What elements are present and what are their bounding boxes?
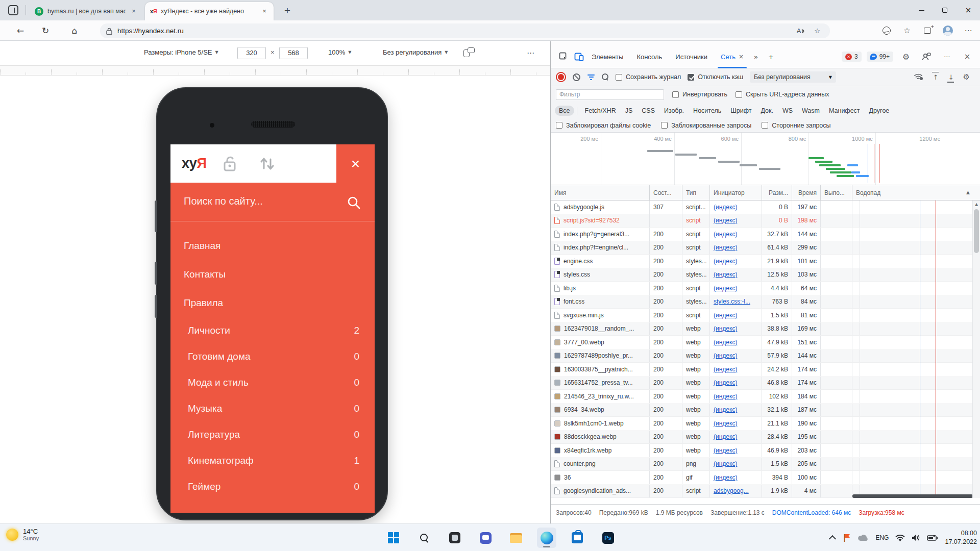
device-toolbar-toggle-icon[interactable]	[571, 49, 586, 64]
request-row[interactable]: 1656314752_pressa_tv...200webp(индекс)46…	[551, 377, 980, 390]
column-status[interactable]: Сост...	[650, 185, 682, 200]
request-name-cell[interactable]: 8slk5mh1cm0-1.webp	[551, 417, 650, 430]
type-filter-5[interactable]: Носитель	[689, 106, 725, 116]
request-name-cell[interactable]: font.css	[551, 295, 650, 309]
filter-input[interactable]: Фильтр	[556, 89, 664, 100]
zoom-selector[interactable]: 100%▼	[328, 48, 351, 56]
photoshop-button[interactable]: Ps	[598, 528, 618, 548]
site-search[interactable]: Поиск по сайту...	[170, 183, 375, 221]
browser-essentials-icon[interactable]	[880, 24, 893, 37]
initiator-link[interactable]: (индекс)	[714, 393, 737, 400]
issues-badge[interactable]: 99+	[867, 52, 893, 62]
close-button[interactable]: ×	[957, 0, 980, 20]
request-name-cell[interactable]: 1629787489poshlye_pr...	[551, 349, 650, 363]
type-filter-3[interactable]: CSS	[638, 106, 659, 116]
column-size[interactable]: Разм...	[762, 185, 792, 200]
initiator-link[interactable]: (индекс)	[714, 285, 737, 292]
scroll-up-icon[interactable]: ▲	[973, 202, 980, 207]
request-row[interactable]: 1630033875__pyatnich...200webp(индекс)24…	[551, 363, 980, 377]
disable-cache-checkbox[interactable]: Отключить кэш	[688, 73, 743, 81]
column-done[interactable]: Выпо...	[821, 185, 852, 200]
site-logo[interactable]: хуЯ	[182, 144, 206, 183]
network-overview[interactable]: 200 мс400 мс600 мс800 мс1000 мс1200 мс	[551, 133, 980, 185]
network-conditions-icon[interactable]	[914, 72, 924, 82]
type-filter-4[interactable]: Изобр.	[660, 106, 688, 116]
read-aloud-icon[interactable]: A	[794, 26, 807, 37]
collections-icon[interactable]	[921, 24, 934, 37]
request-row[interactable]: x84eqfic1rk.webp200webp(индекс)46.9 kB20…	[551, 444, 980, 458]
column-time[interactable]: Время	[792, 185, 821, 200]
request-name-cell[interactable]: 3777_00.webp	[551, 336, 650, 349]
profile-avatar[interactable]	[941, 24, 954, 37]
minimize-button[interactable]	[910, 0, 933, 20]
add-favorite-icon[interactable]: ☆	[811, 26, 824, 37]
request-row[interactable]: index.php?f=engine/cl...200script(индекс…	[551, 241, 980, 255]
throttling-selector[interactable]: Без регулирования▼	[383, 48, 448, 56]
type-filter-all[interactable]: Все	[555, 106, 574, 116]
initiator-link[interactable]: (индекс)	[714, 244, 737, 251]
menu-item[interactable]: Геймер0	[170, 473, 375, 499]
request-name-cell[interactable]: index.php?g=general3...	[551, 228, 650, 241]
blocked-filter-checkbox-2[interactable]: Сторонние запросы	[762, 122, 830, 129]
taskbar-search-button[interactable]	[414, 528, 434, 548]
home-button[interactable]: ⌂	[67, 24, 82, 37]
device-selector[interactable]: Размеры: iPhone 5/SE▼	[144, 48, 218, 56]
initiator-link[interactable]: (индекс)	[714, 258, 737, 265]
type-filter-9[interactable]: Wasm	[798, 106, 824, 116]
menu-item[interactable]: Музыка0	[170, 395, 375, 421]
devtools-close-icon[interactable]: ×	[960, 49, 975, 64]
viewport-height-input[interactable]: 568	[279, 47, 308, 59]
back-button[interactable]: ←	[13, 24, 28, 37]
initiator-link[interactable]: (индекс)	[714, 366, 737, 373]
column-type[interactable]: Тип	[682, 185, 710, 200]
request-name-cell[interactable]: engine.css	[551, 255, 650, 268]
sort-arrows-icon[interactable]	[258, 156, 276, 172]
scrollbar-thumb[interactable]	[974, 209, 979, 253]
column-initiator[interactable]: Инициатор	[710, 185, 762, 200]
request-row[interactable]: 6934_34.webp200webp(индекс)32.1 kB187 мс	[551, 404, 980, 417]
request-name-cell[interactable]: index.php?f=engine/cl...	[551, 241, 650, 255]
request-name-cell[interactable]: counter.png	[551, 458, 650, 471]
tray-overflow-chevron[interactable]	[831, 535, 836, 540]
favorites-icon[interactable]: ☆	[900, 24, 914, 37]
request-name-cell[interactable]: 1656314752_pressa_tv...	[551, 377, 650, 390]
network-settings-icon[interactable]: ⚙	[963, 72, 970, 82]
menu-item[interactable]: Правила	[170, 289, 375, 317]
rotate-device-icon[interactable]	[463, 47, 475, 58]
type-filter-8[interactable]: WS	[778, 106, 797, 116]
inspect-element-icon[interactable]	[556, 49, 571, 64]
weather-widget[interactable]: 14°C Sunny	[6, 528, 39, 541]
network-throttling-select[interactable]: Без регулирования▼	[750, 71, 836, 83]
initiator-link[interactable]: (индекс)	[714, 339, 737, 346]
new-tab-button[interactable]: +	[282, 5, 293, 16]
battery-icon[interactable]	[927, 535, 938, 541]
request-row[interactable]: 1629787489poshlye_pr...200webp(индекс)57…	[551, 349, 980, 363]
tab-elements[interactable]: Элементы	[586, 45, 631, 68]
request-name-cell[interactable]: adsbygoogle.js	[551, 201, 650, 214]
initiator-link[interactable]: (индекс)	[714, 433, 737, 440]
tab-close-icon[interactable]: ×	[130, 7, 138, 15]
onedrive-cloud-icon[interactable]	[857, 534, 869, 541]
devtools-settings-icon[interactable]: ⚙	[898, 49, 914, 64]
menu-item[interactable]: Главная	[170, 232, 375, 260]
initiator-link[interactable]: adsbygoog...	[714, 487, 749, 494]
search-icon[interactable]	[347, 196, 360, 209]
filter-icon[interactable]	[587, 74, 595, 80]
language-indicator[interactable]: ENG	[875, 534, 889, 541]
maximize-button[interactable]	[933, 0, 957, 20]
request-row[interactable]: 3777_00.webp200webp(индекс)47.9 kB151 мс	[551, 336, 980, 349]
record-network-icon[interactable]	[558, 74, 564, 80]
request-name-cell[interactable]: googlesyndication_ads...	[551, 485, 650, 498]
tab-network[interactable]: Сеть×	[716, 45, 749, 68]
request-name-cell[interactable]: x84eqfic1rk.webp	[551, 444, 650, 457]
request-row[interactable]: 8slk5mh1cm0-1.webp200webp(индекс)21.1 kB…	[551, 417, 980, 431]
export-har-icon[interactable]: ↓	[948, 72, 954, 82]
table-scrollbar[interactable]: ▲	[972, 201, 980, 498]
import-har-icon[interactable]: ↑	[933, 72, 939, 82]
initiator-link[interactable]: (индекс)	[714, 406, 737, 413]
initiator-link[interactable]: (индекс)	[714, 420, 737, 427]
initiator-link[interactable]: (индекс)	[714, 460, 737, 467]
edge-button[interactable]	[537, 528, 556, 548]
type-filter-6[interactable]: Шрифт	[726, 106, 755, 116]
invert-filter-checkbox[interactable]: Инвертировать	[672, 91, 727, 98]
